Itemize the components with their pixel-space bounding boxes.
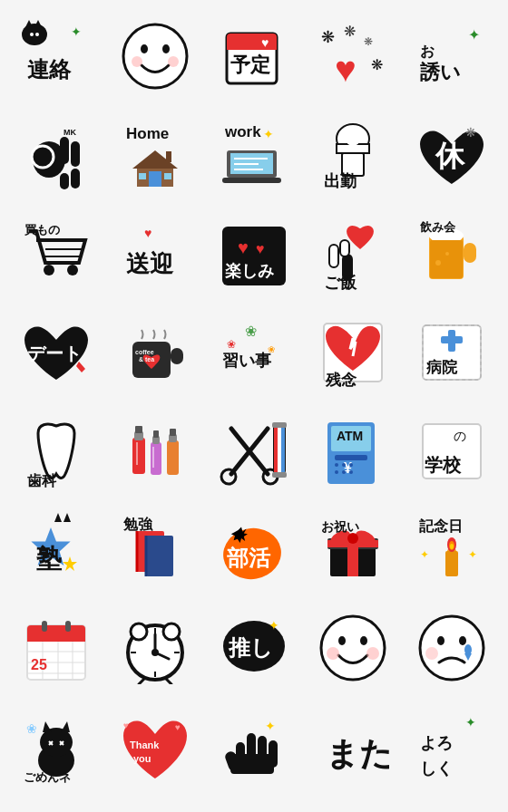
sticker-shukkin[interactable]: 出勤 — [303, 106, 402, 205]
sticker-mata[interactable]: また — [303, 698, 402, 797]
svg-text:ご飯: ご飯 — [324, 274, 357, 290]
svg-marker-1 — [25, 20, 33, 27]
sticker-sogei[interactable]: ♥ 送迎 — [106, 205, 205, 304]
svg-rect-67 — [340, 240, 349, 256]
svg-text:病院: 病院 — [425, 358, 458, 376]
sticker-bukatsu[interactable]: 部活 — [205, 500, 304, 599]
sticker-osasoi[interactable]: ✦ お 誘い — [402, 7, 501, 106]
svg-point-195 — [425, 647, 438, 660]
sticker-zannen[interactable]: 残念 — [303, 303, 402, 401]
svg-text:♥: ♥ — [144, 226, 151, 240]
sticker-hand-wave[interactable]: ✦ — [205, 698, 304, 797]
sticker-calendar[interactable]: 25 — [7, 599, 106, 698]
sticker-yotei[interactable]: ♥ 予定 — [205, 7, 304, 106]
svg-rect-113 — [272, 422, 287, 428]
svg-text:連絡: 連絡 — [27, 57, 72, 82]
svg-point-123 — [335, 470, 338, 474]
svg-text:お祝い: お祝い — [321, 519, 359, 534]
sticker-smiley[interactable] — [106, 7, 205, 106]
sticker-oshi[interactable]: 推し ✦ — [205, 599, 304, 698]
svg-text:休: 休 — [435, 140, 466, 172]
svg-rect-70 — [464, 243, 476, 263]
svg-rect-97 — [135, 426, 142, 433]
svg-rect-80 — [171, 348, 183, 364]
svg-text:✦: ✦ — [265, 719, 276, 733]
sticker-yoroshiku[interactable]: ✦ よろ しく — [402, 698, 501, 797]
svg-point-9 — [162, 44, 170, 53]
svg-rect-29 — [60, 173, 69, 189]
sticker-coffee[interactable]: coffee & tea — [106, 303, 205, 401]
sticker-home[interactable]: Home — [106, 106, 205, 205]
svg-text:❋: ❋ — [364, 35, 373, 48]
svg-point-188 — [327, 647, 339, 660]
svg-rect-95 — [132, 438, 145, 474]
svg-rect-26 — [60, 137, 69, 164]
svg-text:❋: ❋ — [321, 28, 335, 46]
sticker-kinenbi[interactable]: 記念日 ✦ ✦ — [402, 500, 501, 599]
svg-text:送迎: 送迎 — [126, 250, 174, 277]
svg-point-192 — [459, 636, 466, 645]
svg-point-124 — [342, 470, 346, 474]
svg-text:♥: ♥ — [123, 720, 129, 730]
svg-point-11 — [168, 56, 179, 67]
sticker-oiwai[interactable]: お祝い — [303, 500, 402, 599]
svg-text:習い事: 習い事 — [222, 352, 272, 370]
sticker-atm[interactable]: ATM ¥ — [303, 401, 402, 500]
svg-line-181 — [166, 679, 171, 684]
svg-text:❀: ❀ — [227, 338, 236, 351]
svg-point-186 — [338, 636, 346, 645]
svg-text:25: 25 — [31, 657, 47, 672]
svg-point-171 — [131, 624, 147, 640]
sticker-thank-you[interactable]: Thank you ♥ ♥ — [106, 698, 205, 797]
svg-text:♥: ♥ — [175, 722, 181, 732]
sticker-tanoshimi[interactable]: ♥ ♥ 楽しみ — [205, 205, 304, 304]
sticker-nail[interactable] — [106, 401, 205, 500]
svg-rect-151 — [445, 551, 458, 576]
svg-point-120 — [335, 463, 338, 467]
svg-text:❋: ❋ — [344, 24, 356, 39]
svg-text:& tea: & tea — [139, 356, 154, 362]
svg-rect-215 — [230, 754, 274, 774]
sticker-yasumi[interactable]: 休 ❋ — [402, 106, 501, 205]
sticker-happy-face[interactable] — [303, 599, 402, 698]
svg-text:❀: ❀ — [26, 721, 37, 736]
svg-text:塾: 塾 — [36, 545, 63, 573]
svg-rect-161 — [42, 621, 47, 632]
svg-rect-27 — [71, 141, 80, 167]
svg-point-4 — [35, 33, 39, 36]
sticker-ok[interactable]: MK — [7, 106, 106, 205]
svg-text:✦: ✦ — [71, 24, 82, 39]
sticker-barber[interactable] — [205, 401, 304, 500]
svg-text:♥: ♥ — [261, 35, 269, 50]
sticker-clock[interactable] — [106, 599, 205, 698]
svg-rect-28 — [71, 169, 80, 188]
svg-text:Home: Home — [126, 125, 169, 142]
sticker-gakko[interactable]: の 学校 — [402, 401, 501, 500]
sticker-benkyo[interactable]: 勉強 — [106, 500, 205, 599]
svg-text:♥: ♥ — [335, 49, 357, 89]
svg-point-54 — [44, 265, 54, 276]
svg-text:work: work — [224, 123, 261, 140]
sticker-grid: ✦ 連絡 — [0, 0, 508, 804]
sticker-juku[interactable]: 塾 — [7, 500, 106, 599]
sticker-date[interactable]: デート — [7, 303, 106, 401]
sticker-work[interactable]: work ✦ — [205, 106, 304, 205]
svg-text:歯科: 歯科 — [27, 473, 57, 488]
svg-marker-2 — [34, 20, 42, 27]
sticker-renraku[interactable]: ✦ 連絡 — [7, 7, 106, 106]
sticker-byoin[interactable]: 病院 — [402, 303, 501, 401]
svg-text:MK: MK — [64, 128, 76, 137]
svg-text:記念日: 記念日 — [419, 517, 463, 534]
sticker-nomikai[interactable]: 飲み会 — [402, 205, 501, 304]
svg-point-191 — [437, 636, 444, 645]
sticker-shika[interactable]: 歯科 — [7, 401, 106, 500]
sticker-hearts[interactable]: ❋ ❋ ❋ ♥ ❋ — [303, 7, 402, 106]
sticker-gomen[interactable]: ❀ ごめんネ — [7, 698, 106, 797]
sticker-gohan[interactable]: ご飯 — [303, 205, 402, 304]
sticker-naraigoto[interactable]: ❀ ❀ ❀ 習い事 — [205, 303, 304, 401]
sticker-kaimono[interactable]: 買もの — [7, 205, 106, 304]
sticker-sad-face[interactable] — [402, 599, 501, 698]
svg-text:買もの: 買もの — [24, 223, 60, 237]
svg-text:Thank: Thank — [130, 740, 160, 750]
svg-text:ATM: ATM — [337, 429, 363, 443]
